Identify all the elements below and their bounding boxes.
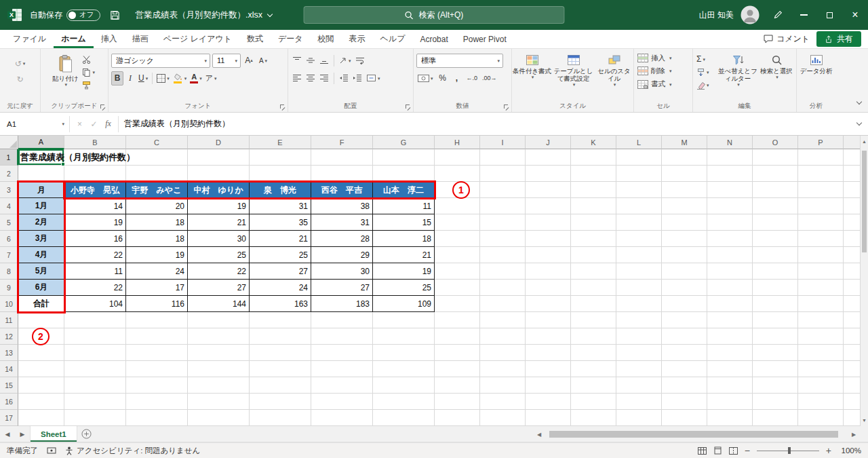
cell-F1[interactable] [311, 149, 373, 166]
cell-C4[interactable]: 20 [126, 198, 188, 214]
cell-I6[interactable] [480, 231, 526, 247]
cell-C11[interactable] [126, 312, 188, 328]
cell-G4[interactable]: 11 [373, 198, 435, 214]
cell-H13[interactable] [435, 345, 480, 361]
row-header-2[interactable]: 2 [0, 166, 18, 182]
cell-A3[interactable]: 月 [18, 182, 64, 198]
cell-D3[interactable]: 中村 ゆりか [188, 182, 250, 198]
cell-G14[interactable] [373, 361, 435, 377]
file-name[interactable]: 営業成績表（月別契約件数）.xlsx [136, 9, 273, 21]
collapse-ribbon-button[interactable] [857, 94, 861, 107]
cell-N1[interactable] [707, 149, 753, 166]
shrink-font-button[interactable]: A [257, 54, 269, 68]
cell-M2[interactable] [662, 166, 707, 182]
tab-page-layout[interactable]: ページ レイアウト [156, 30, 239, 48]
column-header-A[interactable]: A [18, 136, 64, 149]
cell-B10[interactable]: 104 [64, 296, 126, 312]
zoom-slider-thumb[interactable] [788, 447, 791, 454]
insert-dropdown-icon[interactable] [669, 56, 672, 60]
cell-I3[interactable] [480, 182, 526, 198]
cell-I11[interactable] [480, 312, 526, 328]
cell-L2[interactable] [616, 166, 662, 182]
cell-O8[interactable] [753, 263, 798, 280]
find-select-button[interactable]: 検索と選択 [759, 52, 794, 91]
horizontal-scrollbar-thumb[interactable] [549, 431, 838, 438]
cell-K9[interactable] [571, 280, 616, 296]
cell-I7[interactable] [480, 247, 526, 263]
merge-center-button[interactable] [365, 71, 382, 85]
cell-L6[interactable] [616, 231, 662, 247]
format-cells-button[interactable]: 書式 [634, 78, 675, 91]
cell-D9[interactable]: 27 [188, 280, 250, 296]
cell-J12[interactable] [526, 328, 571, 345]
align-right-button[interactable] [318, 71, 330, 85]
decrease-indent-button[interactable] [338, 71, 350, 85]
sort-filter-dropdown-icon[interactable] [737, 82, 740, 87]
tab-formulas[interactable]: 数式 [239, 30, 271, 48]
alignment-dialog-launcher-icon[interactable] [406, 104, 411, 110]
cell-A14[interactable] [18, 361, 64, 377]
cell-I15[interactable] [480, 377, 526, 394]
cell-N8[interactable] [707, 263, 753, 280]
selection-fill-handle[interactable] [61, 162, 65, 166]
increase-indent-button[interactable] [351, 71, 363, 85]
formula-cancel-icon[interactable]: × [73, 119, 86, 129]
cell-N13[interactable] [707, 345, 753, 361]
cell-G3[interactable]: 山本 淳二 [373, 182, 435, 198]
cell-H7[interactable] [435, 247, 480, 263]
cell-H9[interactable] [435, 280, 480, 296]
column-header-G[interactable]: G [373, 136, 435, 149]
cell-A11[interactable] [18, 312, 64, 328]
cell-H15[interactable] [435, 377, 480, 394]
cell-J10[interactable] [526, 296, 571, 312]
column-header-O[interactable]: O [753, 136, 798, 149]
grow-font-button[interactable]: A [243, 54, 255, 68]
cell-M10[interactable] [662, 296, 707, 312]
cell-N12[interactable] [707, 328, 753, 345]
cell-C1[interactable] [126, 149, 188, 166]
cell-K4[interactable] [571, 198, 616, 214]
save-button[interactable] [107, 0, 123, 30]
borders-dropdown-icon[interactable] [167, 76, 170, 81]
tab-draw[interactable]: 描画 [125, 30, 156, 48]
column-header-P[interactable]: P [798, 136, 844, 149]
cell-J4[interactable] [526, 198, 571, 214]
cell-D11[interactable] [188, 312, 250, 328]
cell-M11[interactable] [662, 312, 707, 328]
cell-A9[interactable]: 6月 [18, 280, 64, 296]
cell-I2[interactable] [480, 166, 526, 182]
cell-O5[interactable] [753, 214, 798, 231]
cell-J14[interactable] [526, 361, 571, 377]
cell-J8[interactable] [526, 263, 571, 280]
font-color-dropdown-icon[interactable] [199, 76, 202, 81]
cell-J1[interactable] [526, 149, 571, 166]
insert-function-button[interactable]: fx [102, 119, 115, 129]
cell-E3[interactable]: 泉 博光 [250, 182, 311, 198]
cell-F3[interactable]: 西谷 平吉 [311, 182, 373, 198]
cell-D6[interactable]: 30 [188, 231, 250, 247]
cell-H11[interactable] [435, 312, 480, 328]
sheet-nav-right-icon[interactable] [15, 426, 30, 442]
cell-E2[interactable] [250, 166, 311, 182]
cell-E15[interactable] [250, 377, 311, 394]
cell-G1[interactable] [373, 149, 435, 166]
row-header-11[interactable]: 11 [0, 312, 18, 328]
cell-E9[interactable]: 24 [250, 280, 311, 296]
cell-B7[interactable]: 22 [64, 247, 126, 263]
cell-M3[interactable] [662, 182, 707, 198]
column-header-J[interactable]: J [526, 136, 571, 149]
add-sheet-button[interactable] [77, 426, 96, 442]
cell-G6[interactable]: 18 [373, 231, 435, 247]
format-painter-button[interactable] [81, 79, 96, 91]
cell-F5[interactable]: 31 [311, 214, 373, 231]
column-header-M[interactable]: M [662, 136, 707, 149]
align-middle-button[interactable] [304, 54, 317, 68]
horizontal-scrollbar-track[interactable] [544, 431, 849, 438]
autosave-toggle[interactable]: オフ [66, 9, 100, 21]
borders-button[interactable] [155, 71, 171, 85]
row-header-12[interactable]: 12 [0, 328, 18, 345]
cell-M15[interactable] [662, 377, 707, 394]
cell-I14[interactable] [480, 361, 526, 377]
cell-O17[interactable] [753, 410, 798, 426]
font-color-button[interactable]: A [189, 71, 203, 85]
